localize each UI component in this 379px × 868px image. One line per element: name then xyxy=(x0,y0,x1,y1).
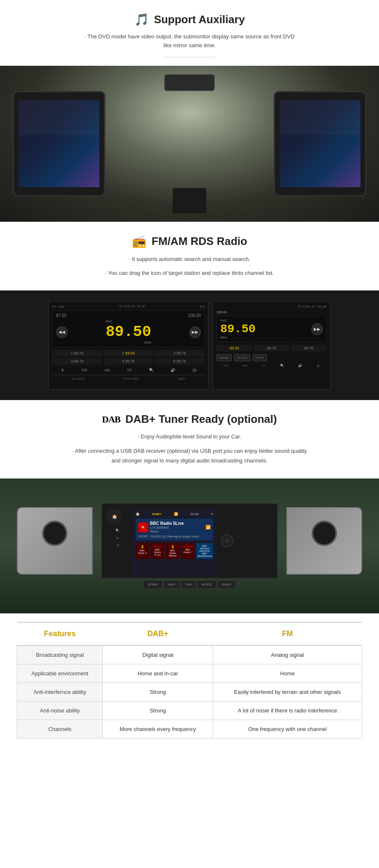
divider xyxy=(164,57,215,57)
preset-2[interactable]: 2 89.50 xyxy=(104,350,154,357)
side-fm[interactable]: FM xyxy=(224,364,229,368)
menu-icon: ≡ xyxy=(211,512,213,516)
nav-icons: 🔍 ♥ ☰ xyxy=(107,527,128,549)
table-cell-1-0: Applicable environment xyxy=(17,664,103,683)
table-row: Anti-interfernce abilityStrongEasily int… xyxy=(17,683,362,701)
freq-center: FM1 89.50 MHz xyxy=(106,320,151,344)
preset-5[interactable]: 5 89.75 xyxy=(104,358,154,365)
st-label: ST xyxy=(132,305,136,309)
am-mode[interactable]: AM xyxy=(104,368,110,372)
af-label: AF xyxy=(141,305,145,309)
preset-4[interactable]: 4 89.75 xyxy=(52,358,102,365)
station-text: BBC Radio 5Live 174.928MHz News xyxy=(150,521,184,533)
side-mhz: MHz xyxy=(220,336,256,339)
preset-3[interactable]: 3 89.75 xyxy=(155,350,205,357)
side-am[interactable]: AM xyxy=(243,364,248,368)
rewind-btn[interactable]: ◀◀ xyxy=(56,326,68,338)
freq-max: 108.00 xyxy=(188,313,201,318)
side-frequency: 89.50 xyxy=(220,322,256,336)
support-auxiliary-title: Support Auxiliary xyxy=(154,13,245,26)
headrest-right xyxy=(274,91,366,196)
home-knob: 🏠 xyxy=(107,509,122,524)
comparison-table: Features DAB+ FM Broadcasting signalDigi… xyxy=(17,622,362,739)
car-unit-body: 🏠 🔍 ♥ ☰ 🏠 DAB+ 📶 01:43 ≡ 5L xyxy=(101,503,278,579)
dab-image-section: 🏠 🔍 ♥ ☰ 🏠 DAB+ 📶 01:43 ≡ 5L xyxy=(0,478,379,613)
side-search[interactable]: 🔍 xyxy=(280,364,284,368)
car-mock xyxy=(0,66,379,222)
nav-left: 🏠 🔍 ♥ ☰ xyxy=(107,509,128,573)
fmam-desc2: · You can drag the icon of target statio… xyxy=(8,268,371,278)
freq-min: 87.50 xyxy=(56,313,67,318)
power-icon[interactable]: ⏻ xyxy=(192,368,196,372)
nav-band[interactable]: BAND xyxy=(217,580,236,589)
preset-6[interactable]: 6 89.75 xyxy=(155,358,205,365)
side-preset-4[interactable]: 89.75 xyxy=(291,345,327,352)
side-fwd-btn[interactable]: ▶▶ xyxy=(311,323,323,335)
side-st[interactable]: ST xyxy=(262,364,266,368)
side-preset-3[interactable]: 89.75 xyxy=(254,345,289,352)
table-row: Broadcasting signalDigital signalAnalog … xyxy=(17,645,362,664)
top-right: TP EON ST TA AF xyxy=(119,305,145,309)
side-buttons: BAND MODE PLAY xyxy=(216,354,327,361)
radio-unit-side: TPEONSTTAAF 108.00 FM1 89.50 MHz ▶▶ 89.5… xyxy=(213,301,331,390)
fmam-header: 📻 FM/AM RDS Radio xyxy=(132,234,247,248)
fmam-title: FM/AM RDS Radio xyxy=(152,235,247,248)
station-name: BBC Radio 5Live xyxy=(150,521,184,526)
table-row: ChannelsMore channels every frequencyOne… xyxy=(17,720,362,738)
mode-btn[interactable]: MODE xyxy=(234,354,250,361)
fm-mode[interactable]: FM xyxy=(82,368,87,372)
radio-freq-range: 87.50 108.00 xyxy=(56,313,201,318)
center-console xyxy=(173,188,206,213)
support-auxiliary-desc: · The DVD model have video output, the s… xyxy=(84,32,295,50)
table-cell-3-1: Strong xyxy=(103,701,213,720)
fast-forward-btn[interactable]: ▶▶ xyxy=(189,326,201,338)
side-power[interactable]: ⏻ xyxy=(316,364,320,368)
side-preset-2[interactable]: 89.50 xyxy=(216,345,252,352)
table-row: Applicable environmentHome and in-carHom… xyxy=(17,664,362,683)
comparison-section: Features DAB+ FM Broadcasting signalDigi… xyxy=(0,613,379,755)
radio-icon: 📻 xyxy=(132,234,147,248)
fm-label: FM1 xyxy=(106,320,151,323)
table-cell-4-2: One frequency with one channel xyxy=(213,720,362,738)
table-cell-1-2: Home xyxy=(213,664,362,683)
channel-5: BBC WORLD SERVICE BBC WorldService xyxy=(196,543,213,559)
nav-sim[interactable]: SIM xyxy=(181,580,196,589)
search-icon[interactable]: 🔍 xyxy=(149,368,154,372)
band-btn[interactable]: BAND xyxy=(216,354,232,361)
volume-icon[interactable]: 🔊 xyxy=(171,368,175,372)
table-cell-4-1: More channels every frequency xyxy=(103,720,213,738)
rearview-mirror xyxy=(164,74,215,91)
st-mode[interactable]: ST xyxy=(127,368,132,372)
eon-label: EON xyxy=(124,305,130,309)
play-btn[interactable]: PLAY xyxy=(253,354,267,361)
table-cell-0-2: Analog signal xyxy=(213,645,362,664)
bottom-nav: HOME NAVI SIM MODE BAND xyxy=(101,580,278,589)
radio-bottom-controls: ⏸ FM AM ST 🔍 🔊 ⏻ xyxy=(52,368,205,372)
tp-label: TP xyxy=(119,305,123,309)
side-bottom: FM AM ST 🔍 🔊 ⏻ xyxy=(216,364,327,368)
signal-icon: 📶 xyxy=(206,525,211,529)
header-fm: FM xyxy=(213,622,362,645)
main-frequency: 89.50 xyxy=(106,323,151,341)
table-cell-3-0: Anti-noise ability xyxy=(17,701,103,720)
table-cell-2-0: Anti-interfernce ability xyxy=(17,683,103,701)
table-cell-1-1: Home and in-car xyxy=(103,664,213,683)
home-icon-small: 🏠 xyxy=(136,512,140,516)
side-vol[interactable]: 🔊 xyxy=(298,364,302,368)
preset-1[interactable]: 1 89.75 xyxy=(52,350,102,357)
freq-right: 108.00 xyxy=(216,310,327,314)
side-top-bar: TPEONSTTAAF xyxy=(216,305,327,309)
headrest-left xyxy=(13,91,105,196)
dab-desc1: · Enjoy Audiophile-level Sound in your C… xyxy=(72,432,307,441)
fmam-desc1: · It supports automatic search and manua… xyxy=(8,254,371,264)
pause-icon[interactable]: ⏸ xyxy=(61,368,64,372)
ticker-text: SPORT - RUGBY [1]: Warrington winger Kev… xyxy=(138,535,211,538)
wifi-icon: 📶 xyxy=(174,512,178,516)
channel-4: DRadle BBC Radio 7 xyxy=(181,543,195,559)
fmam-section: 📻 FM/AM RDS Radio · It supports automati… xyxy=(0,222,379,291)
table-cell-2-2: Easily interfered by terrain and other s… xyxy=(213,683,362,701)
nav-navi[interactable]: NAVI xyxy=(163,580,180,589)
nav-home[interactable]: HOME xyxy=(143,580,163,589)
side-fm-label: FM1 xyxy=(220,319,256,322)
nav-mode[interactable]: MODE xyxy=(197,580,216,589)
